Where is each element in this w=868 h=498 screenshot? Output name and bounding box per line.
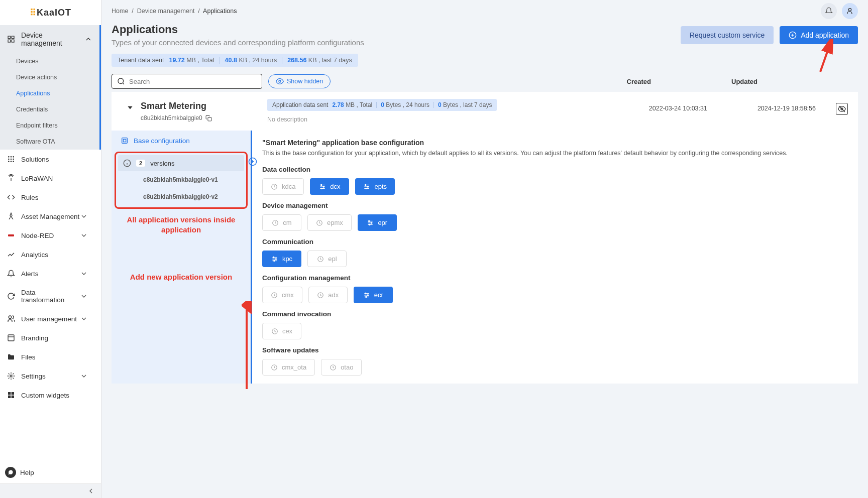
sidebar-sub-filters[interactable]: Endpoint filters <box>0 117 99 134</box>
column-headers: Created Updated <box>627 78 858 85</box>
sidebar-collapse[interactable] <box>0 483 101 498</box>
service-chip-dcx[interactable]: dcx <box>310 178 349 195</box>
nodered-icon <box>7 231 15 239</box>
no-description: No description <box>267 116 649 123</box>
service-chip-ecr[interactable]: ecr <box>354 287 393 303</box>
show-hidden-toggle[interactable]: Show hidden <box>268 74 331 88</box>
svg-point-65 <box>371 222 372 223</box>
sidebar-item-help[interactable]: Help <box>0 461 101 483</box>
sidebar-sub-ota[interactable]: Software OTA <box>0 134 99 150</box>
annotation-text: All application versions inside applicat… <box>112 215 251 234</box>
sidebar-sub-actions[interactable]: Device actions <box>0 69 99 85</box>
tenant-data-bar: Tenant data sent 19.72 MB , Total 40.8 K… <box>112 54 358 67</box>
svg-line-27 <box>820 43 830 72</box>
sidebar-item-alerts[interactable]: Alerts <box>0 264 101 283</box>
chat-icon <box>5 467 16 478</box>
section-label: Software updates <box>262 346 848 354</box>
sidebar-item-asset[interactable]: Asset Management <box>0 207 101 226</box>
version-item[interactable]: c8u2bklah5mkbalggie0-v1 <box>118 171 244 188</box>
base-configuration-item[interactable]: Base configuration <box>112 131 251 151</box>
sidebar-sub-credentials[interactable]: Credentials <box>0 101 99 117</box>
section-label: Command invocation <box>262 310 848 318</box>
svg-rect-0 <box>8 36 11 39</box>
svg-rect-15 <box>8 335 14 341</box>
svg-point-51 <box>323 186 324 187</box>
svg-point-17 <box>10 375 12 377</box>
search-input-wrapper[interactable] <box>112 74 262 89</box>
users-icon <box>7 315 15 323</box>
sidebar-sub-applications[interactable]: Applications <box>0 85 99 101</box>
svg-point-80 <box>367 294 368 295</box>
layout-icon <box>7 334 15 342</box>
svg-rect-13 <box>8 234 14 236</box>
sidebar-item-device-management[interactable]: Device management <box>0 25 99 53</box>
sidebar-item-settings[interactable]: Settings <box>0 366 101 386</box>
svg-point-71 <box>275 258 276 259</box>
service-chip-kdca[interactable]: kdca <box>262 178 304 195</box>
sidebar-item-nodered[interactable]: Node-RED <box>0 226 101 245</box>
copy-icon[interactable] <box>205 115 212 121</box>
sidebar-item-analytics[interactable]: Analytics <box>0 245 101 264</box>
svg-rect-38 <box>123 139 126 142</box>
page-title: Applications <box>112 23 364 36</box>
sidebar-item-widgets[interactable]: Custom widgets <box>0 386 101 405</box>
request-custom-button[interactable]: Request custom service <box>681 26 774 44</box>
versions-row[interactable]: 2 versions <box>118 155 244 171</box>
refresh-icon <box>7 292 15 300</box>
svg-point-82 <box>365 296 366 297</box>
breadcrumb-home[interactable]: Home <box>112 8 128 15</box>
service-chip-kpc[interactable]: kpc <box>262 251 301 267</box>
application-detail: Base configuration 2 versions c8u2bklah5… <box>112 131 858 384</box>
svg-marker-33 <box>128 106 132 109</box>
info-icon <box>123 159 131 167</box>
service-chip-adx[interactable]: adx <box>308 287 348 303</box>
svg-point-14 <box>9 316 11 318</box>
config-description: This is the base configuration for your … <box>262 150 848 157</box>
sidebar-item-rules[interactable]: Rules <box>0 188 101 207</box>
service-chip-cm[interactable]: cm <box>262 214 301 231</box>
app-data-bar: Application data sent 2.78 MB , Total 0 … <box>267 99 497 111</box>
chevron-down-icon <box>80 315 88 323</box>
sidebar-item-solutions[interactable]: Solutions <box>0 150 101 169</box>
svg-point-7 <box>8 159 10 160</box>
search-input[interactable] <box>129 78 257 85</box>
service-chip-epr[interactable]: epr <box>358 214 397 231</box>
versions-annotation-box: 2 versions c8u2bklah5mkbalggie0-v1 c8u2b… <box>115 152 248 209</box>
svg-point-53 <box>321 188 322 189</box>
sidebar-sub-devices[interactable]: Devices <box>0 53 99 69</box>
chip-row: cmxadxecr <box>262 287 848 303</box>
sidebar-item-branding[interactable]: Branding <box>0 328 101 347</box>
user-icon <box>846 7 854 15</box>
annotation-text: Add new application version <box>112 272 251 282</box>
breadcrumb-current: Applications <box>203 8 237 15</box>
antenna-icon <box>7 174 15 182</box>
sidebar-item-files[interactable]: Files <box>0 347 101 366</box>
notifications-button[interactable] <box>821 3 837 19</box>
application-id: c8u2bklah5mkbalggie0 <box>141 114 212 121</box>
sidebar-item-usermgmt[interactable]: User management <box>0 309 101 328</box>
service-chip-epl[interactable]: epl <box>307 251 347 267</box>
add-version-button[interactable] <box>248 157 257 168</box>
section-label: Communication <box>262 238 848 245</box>
plus-circle-icon <box>248 157 257 166</box>
apps-icon <box>7 155 15 163</box>
profile-button[interactable] <box>842 3 858 19</box>
service-chip-cmx[interactable]: cmx <box>262 287 302 303</box>
section-label: Configuration management <box>262 274 848 282</box>
service-chip-cex[interactable]: cex <box>262 323 301 339</box>
svg-point-22 <box>848 9 851 11</box>
application-row[interactable]: Smart Metering c8u2bklah5mkbalggie0 Appl… <box>112 92 858 131</box>
folder-icon <box>7 353 15 361</box>
version-item[interactable]: c8u2bklah5mkbalggie0-v2 <box>118 188 244 205</box>
chip-row: cex <box>262 323 848 339</box>
sidebar-item-lorawan[interactable]: LoRaWAN <box>0 169 101 188</box>
chevron-down-icon <box>80 292 88 300</box>
service-chip-otao[interactable]: otao <box>321 359 362 376</box>
service-chip-epts[interactable]: epts <box>355 178 395 195</box>
service-chip-cmx_ota[interactable]: cmx_ota <box>262 359 315 376</box>
service-chip-epmx[interactable]: epmx <box>307 214 352 231</box>
breadcrumb-dm[interactable]: Device management <box>137 8 195 15</box>
caret-down-icon[interactable] <box>127 104 134 111</box>
visibility-toggle[interactable] <box>836 103 848 115</box>
sidebar-item-datatrans[interactable]: Data transformation <box>0 283 101 309</box>
